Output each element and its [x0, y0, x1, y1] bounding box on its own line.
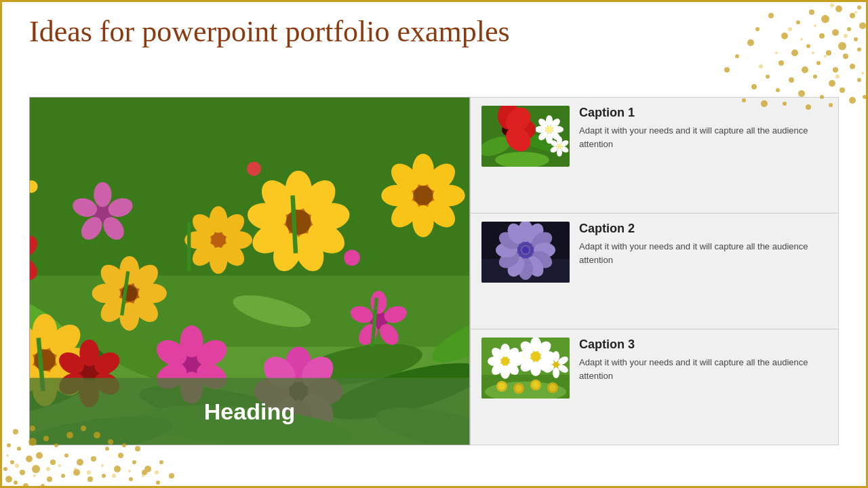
svg-point-282: [532, 382, 539, 388]
svg-point-102: [46, 467, 50, 471]
svg-point-36: [857, 78, 861, 82]
svg-point-81: [114, 466, 121, 472]
svg-point-70: [64, 453, 68, 458]
svg-point-62: [26, 455, 33, 462]
svg-point-5: [859, 22, 866, 29]
svg-point-54: [861, 72, 864, 75]
svg-point-109: [142, 474, 144, 477]
svg-point-32: [776, 88, 780, 92]
svg-point-272: [522, 247, 529, 253]
svg-point-0: [835, 5, 842, 12]
caption-title-3: Caption 3: [579, 338, 827, 352]
svg-point-63: [47, 476, 52, 482]
svg-point-44: [863, 95, 866, 99]
svg-point-154: [414, 186, 433, 205]
svg-point-17: [816, 61, 821, 65]
svg-point-97: [23, 483, 28, 486]
svg-point-27: [813, 75, 817, 79]
svg-point-105: [87, 470, 91, 474]
svg-rect-223: [187, 222, 191, 271]
caption-text-area-2: Caption 2 Adapt it with your needs and i…: [579, 222, 827, 266]
svg-point-4: [847, 27, 851, 31]
svg-point-104: [74, 468, 77, 470]
svg-point-85: [118, 453, 123, 458]
svg-point-108: [128, 470, 131, 472]
svg-point-75: [102, 474, 106, 478]
slide-title: Ideas for powerpoint portfolio examples: [29, 14, 839, 50]
svg-point-106: [101, 464, 104, 467]
flower-scene: Heading: [30, 98, 469, 445]
right-captions: Caption 1 Adapt it with your needs and i…: [470, 97, 839, 445]
caption-thumb-2: [481, 222, 570, 283]
svg-point-214: [247, 162, 261, 176]
svg-point-45: [830, 3, 834, 7]
svg-point-143: [286, 209, 311, 235]
svg-point-53: [835, 75, 840, 79]
svg-point-100: [6, 454, 9, 457]
svg-point-64: [36, 452, 43, 459]
svg-point-110: [155, 470, 159, 474]
svg-point-61: [10, 460, 14, 464]
caption-title-1: Caption 1: [579, 106, 827, 120]
svg-point-103: [58, 464, 61, 467]
svg-point-21: [843, 54, 848, 59]
svg-point-67: [50, 460, 56, 465]
svg-point-82: [105, 447, 109, 451]
svg-point-59: [14, 481, 18, 485]
svg-point-35: [840, 87, 845, 93]
svg-point-84: [129, 477, 133, 481]
svg-point-65: [17, 447, 21, 451]
svg-point-66: [61, 474, 65, 478]
title-area: Ideas for powerpoint portfolio examples: [29, 14, 839, 50]
svg-point-50: [824, 55, 827, 58]
content-area: Heading: [29, 97, 839, 445]
svg-point-96: [3, 467, 7, 471]
svg-point-31: [751, 84, 757, 89]
svg-point-14: [826, 50, 831, 56]
caption-item-1: Caption 1 Adapt it with your needs and i…: [471, 98, 838, 214]
svg-point-308: [553, 367, 559, 378]
caption-title-2: Caption 2: [579, 222, 827, 236]
svg-point-26: [789, 77, 794, 83]
slide: Ideas for powerpoint portfolio examples: [0, 0, 868, 488]
svg-point-311: [553, 362, 559, 367]
svg-point-216: [344, 249, 360, 266]
caption-desc-2: Adapt it with your needs and it will cap…: [579, 240, 827, 266]
svg-point-48: [844, 34, 848, 38]
caption-desc-1: Adapt it with your needs and it will cap…: [579, 124, 827, 150]
svg-point-123: [34, 350, 56, 371]
svg-point-69: [73, 469, 80, 476]
caption-thumb-3: [481, 338, 570, 399]
svg-point-90: [156, 481, 160, 485]
svg-point-43: [849, 97, 856, 104]
caption-thumb-1: [481, 106, 570, 167]
svg-point-57: [5, 476, 12, 483]
svg-point-19: [778, 60, 784, 66]
caption-desc-3: Adapt it with your needs and it will cap…: [579, 356, 827, 382]
svg-point-101: [33, 474, 36, 477]
caption-item-2: Caption 2 Adapt it with your needs and i…: [471, 214, 838, 329]
caption-text-area-3: Caption 3 Adapt it with your needs and i…: [579, 338, 827, 382]
svg-point-58: [20, 470, 25, 475]
svg-point-93: [169, 473, 174, 479]
svg-point-52: [812, 52, 814, 54]
svg-point-23: [833, 67, 838, 73]
svg-point-73: [77, 459, 83, 466]
svg-point-79: [7, 443, 11, 447]
svg-point-305: [553, 351, 559, 362]
svg-point-72: [87, 476, 93, 482]
svg-point-95: [135, 446, 140, 451]
svg-point-293: [501, 357, 509, 365]
svg-point-209: [94, 182, 111, 207]
svg-point-20: [802, 66, 808, 73]
svg-point-11: [838, 42, 846, 50]
svg-point-16: [791, 49, 798, 56]
svg-point-29: [850, 64, 855, 69]
svg-point-28: [829, 80, 835, 87]
svg-point-1: [850, 13, 855, 18]
svg-point-91: [144, 466, 151, 472]
svg-point-56: [759, 64, 763, 68]
svg-text:Heading: Heading: [204, 399, 296, 424]
svg-point-2: [857, 5, 861, 9]
svg-point-22: [857, 47, 861, 52]
